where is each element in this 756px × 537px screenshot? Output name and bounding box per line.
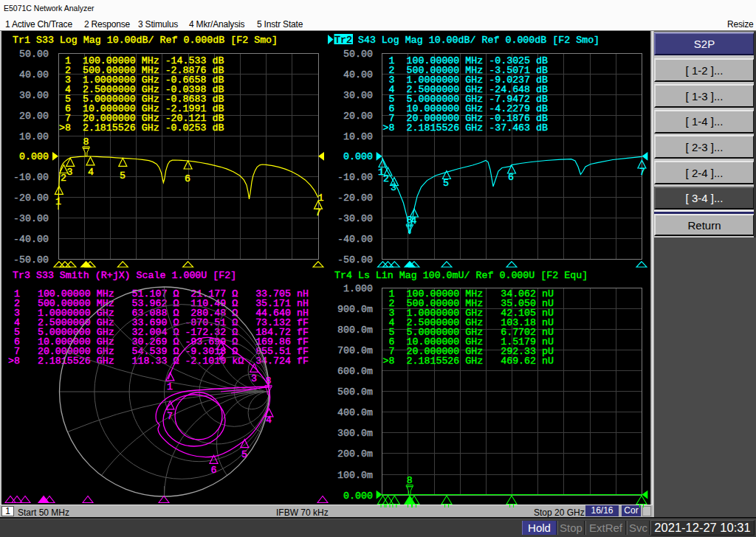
svg-text:100.0m: 100.0m xyxy=(337,470,373,481)
svg-text:4: 4 xyxy=(266,415,272,426)
svg-text:6: 6 xyxy=(185,173,190,184)
svg-text:-40.00: -40.00 xyxy=(337,234,373,245)
svg-text:8: 8 xyxy=(266,375,272,387)
svg-text:>8 2.1815526 GHz -0.0253 dB: >8 2.1815526 GHz -0.0253 dB xyxy=(59,122,224,134)
svg-text:5: 5 xyxy=(443,178,449,189)
svg-text:1: 1 xyxy=(55,196,61,207)
svg-text:-20.00: -20.00 xyxy=(13,193,49,204)
svg-text:40.00: 40.00 xyxy=(343,69,373,80)
svg-text:7: 7 xyxy=(167,411,173,422)
svg-text:7: 7 xyxy=(639,167,645,178)
svg-text:0.000: 0.000 xyxy=(343,491,373,502)
svg-text:2: 2 xyxy=(61,173,66,184)
svg-text:-40.00: -40.00 xyxy=(13,234,49,245)
svg-text:20.00: 20.00 xyxy=(343,111,373,122)
svg-text:7: 7 xyxy=(315,207,321,218)
svg-text:600.0m: 600.0m xyxy=(337,366,373,377)
svg-text:Tr1 S33 Log Mag 10.00dB/ Ref 0: Tr1 S33 Log Mag 10.00dB/ Ref 0.000dB [F2… xyxy=(13,35,278,46)
svg-text:-50.00: -50.00 xyxy=(13,254,49,266)
svg-text:6: 6 xyxy=(508,172,514,183)
svg-text:3: 3 xyxy=(391,182,396,193)
svg-text:3: 3 xyxy=(251,373,257,384)
svg-text:1: 1 xyxy=(167,381,173,392)
svg-text:700.0m: 700.0m xyxy=(337,345,373,356)
svg-text:-10.00: -10.00 xyxy=(13,172,49,183)
svg-text:200.0m: 200.0m xyxy=(337,448,373,460)
svg-text:2: 2 xyxy=(383,173,389,184)
svg-text:2: 2 xyxy=(219,351,224,362)
svg-text:0.000: 0.000 xyxy=(343,151,373,162)
svg-text:400.0m: 400.0m xyxy=(337,407,373,418)
svg-text:30.00: 30.00 xyxy=(19,90,49,101)
svg-text:-30.00: -30.00 xyxy=(337,213,373,224)
svg-text:5: 5 xyxy=(241,449,247,460)
svg-text:-50.00: -50.00 xyxy=(337,254,373,266)
svg-text:1: 1 xyxy=(318,193,324,204)
svg-text:0.000: 0.000 xyxy=(19,151,49,162)
svg-text:4: 4 xyxy=(88,167,94,178)
svg-text:Tr3 S33 Smith (R+jX) Scale 1.0: Tr3 S33 Smith (R+jX) Scale 1.000U [F2] xyxy=(13,270,236,281)
svg-text:8: 8 xyxy=(407,215,413,226)
svg-text:50.00: 50.00 xyxy=(343,49,373,60)
svg-text:-10.00: -10.00 xyxy=(337,172,373,183)
svg-text:10.00: 10.00 xyxy=(343,131,373,142)
svg-text:50.00: 50.00 xyxy=(19,49,49,60)
svg-text:20.00: 20.00 xyxy=(19,111,49,122)
svg-text:>8 2.1815526 GHz -37.463 dB: >8 2.1815526 GHz -37.463 dB xyxy=(383,122,548,134)
svg-text:8: 8 xyxy=(83,136,89,148)
svg-text:300.0m: 300.0m xyxy=(337,428,373,439)
svg-text:40.00: 40.00 xyxy=(19,69,49,80)
svg-text:6: 6 xyxy=(211,465,217,476)
svg-text:800.0m: 800.0m xyxy=(337,325,373,336)
svg-text:Tr4 Ls Lin Mag 100.0mU/ Ref 0.: Tr4 Ls Lin Mag 100.0mU/ Ref 0.000U [F2 E… xyxy=(334,270,588,281)
svg-text:10.00: 10.00 xyxy=(19,131,49,142)
svg-text:8: 8 xyxy=(407,475,413,486)
svg-text:900.0m: 900.0m xyxy=(337,304,373,315)
svg-text:-20.00: -20.00 xyxy=(337,193,373,204)
svg-text:30.00: 30.00 xyxy=(343,90,373,101)
svg-text:>8 2.1815526 GHz 469.62 nU: >8 2.1815526 GHz 469.62 nU xyxy=(383,356,554,367)
svg-text:500.0m: 500.0m xyxy=(337,387,373,398)
svg-text:1.000: 1.000 xyxy=(343,283,373,294)
svg-text:-30.00: -30.00 xyxy=(13,213,49,224)
svg-text:5: 5 xyxy=(120,170,126,181)
svg-text:Tr2 S43 Log Mag 10.00dB/ Ref 0: Tr2 S43 Log Mag 10.00dB/ Ref 0.000dB [F2… xyxy=(334,35,599,46)
svg-text:3: 3 xyxy=(67,167,73,178)
